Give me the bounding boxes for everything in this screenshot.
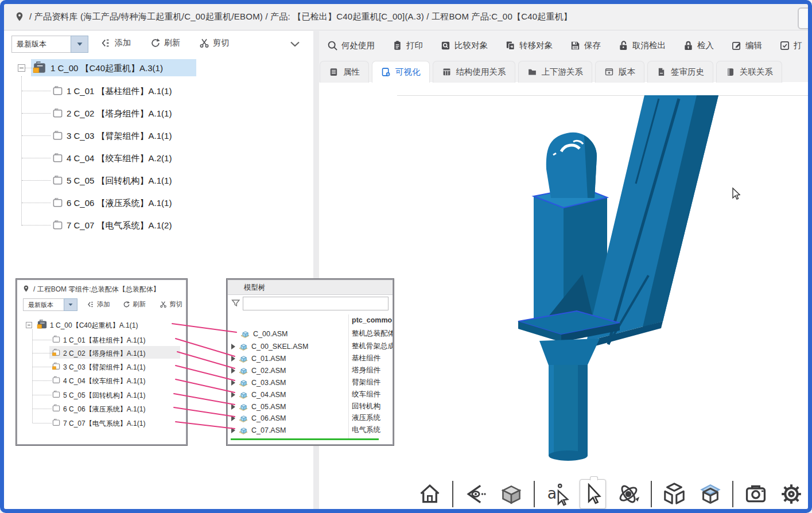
expand-triangle-icon[interactable] xyxy=(231,380,235,386)
breadcrumb: / 产品资料库 (海工产品/特种海工起重机/C_00起重机/EBOM) / 产品… xyxy=(4,4,808,30)
tree-item[interactable]: 1 C_01 【基柱组件】A.1(1) xyxy=(67,86,172,97)
model-tree-row[interactable]: C_05.ASM 回转机构 xyxy=(231,401,392,413)
tab-structure-usage[interactable]: 结构使用关系 xyxy=(433,61,515,83)
tree-item[interactable]: 7 C_07 【电气系统】A.1(2) xyxy=(67,220,172,231)
section-view-button[interactable] xyxy=(697,479,723,509)
where-used-button[interactable]: 何处使用 xyxy=(327,40,375,51)
tree-connector xyxy=(33,340,52,340)
cut-button[interactable]: 剪切 xyxy=(160,300,182,309)
tree-item[interactable]: 6 C_06 【液压系统】A.1(1) xyxy=(67,198,172,209)
expand-triangle-icon[interactable] xyxy=(231,356,235,362)
tree-item[interactable]: 6 C_06【液压系统】A.1(1) xyxy=(63,405,145,414)
model-tree-row[interactable]: C_03.ASM 臂架组件 xyxy=(231,376,392,388)
part-icon xyxy=(52,390,61,399)
tab-review-history[interactable]: 签审历史 xyxy=(647,61,713,83)
compare-objects-button[interactable]: 比较对象 xyxy=(440,40,488,51)
add-button[interactable]: 添加 xyxy=(101,38,131,48)
breadcrumb-text[interactable]: / 产品资料库 (海工产品/特种海工起重机/C_00起重机/EBOM) / 产品… xyxy=(29,11,572,22)
transfer-icon xyxy=(505,40,516,51)
tree-item[interactable]: 4 C_04 【绞车组件】A.2(1) xyxy=(67,153,172,164)
view-orientation-button[interactable] xyxy=(463,479,489,509)
model-tree-row[interactable]: C_02.ASM 塔身组件 xyxy=(231,364,392,376)
annotation-select-icon xyxy=(545,482,569,506)
model-tree-row[interactable]: C_06.ASM 液压系统 xyxy=(231,412,392,424)
tree-item[interactable]: 3 C_03【臂架组件】A.1(1) xyxy=(63,363,145,372)
edit-button[interactable]: 编辑 xyxy=(731,40,762,51)
view-eye-icon xyxy=(464,483,487,506)
tree-connector xyxy=(22,180,50,181)
home-view-button[interactable] xyxy=(417,479,443,509)
expand-triangle-icon[interactable] xyxy=(231,368,235,374)
column-header[interactable]: ptc_commo xyxy=(352,316,392,324)
search-icon xyxy=(327,40,338,51)
tree-connector xyxy=(21,76,22,226)
expand-triangle-icon[interactable] xyxy=(231,415,235,421)
tree-item[interactable]: 3 C_03 【臂架组件】A.1(1) xyxy=(67,131,172,142)
tree-item[interactable]: 7 C_07【电气系统】A.1(1) xyxy=(63,419,145,429)
version-filter-caret-button[interactable] xyxy=(71,36,88,53)
part-icon xyxy=(52,335,61,344)
save-button[interactable]: 保存 xyxy=(570,40,601,51)
tree-root-collapse-toggle[interactable] xyxy=(18,64,25,72)
tab-relationships[interactable]: 关联关系 xyxy=(716,61,782,83)
tree-root-item[interactable]: 1 C_00 【C40起重机】A.3(1) xyxy=(50,63,163,74)
scissors-icon xyxy=(160,301,167,308)
assembly-cube-icon xyxy=(239,366,248,375)
tree-item[interactable]: 1 C_01【基柱组件】A.1(1) xyxy=(63,336,145,345)
tab-upstream-downstream[interactable]: 上下游关系 xyxy=(518,61,593,83)
add-button[interactable]: 添加 xyxy=(87,300,110,309)
model-tree-row[interactable]: C_07.ASM 电气系统 xyxy=(231,424,392,436)
expand-triangle-icon[interactable] xyxy=(231,344,235,349)
refresh-button[interactable]: 刷新 xyxy=(150,38,180,48)
model-tree-filter-input[interactable] xyxy=(243,297,388,310)
tree-root-collapse-toggle[interactable] xyxy=(26,322,32,328)
product-root-icon-checked-out xyxy=(33,61,46,74)
tree-item[interactable]: 5 C_05 【回转机构】A.1(1) xyxy=(67,176,172,186)
check-in-button[interactable]: 检入 xyxy=(683,40,714,51)
version-filter-select[interactable]: 最新版本 xyxy=(23,298,64,311)
window-control-partial[interactable] xyxy=(798,7,812,29)
model-tree-title: 模型树 xyxy=(244,283,266,293)
tree-item[interactable]: 4 C_04【绞车组件】A.1(1) xyxy=(63,376,145,386)
overlay-breadcrumb[interactable]: / 工程BOM 零组件:总装配体【总装配体】 xyxy=(33,285,160,294)
viewer-settings-button[interactable] xyxy=(778,479,805,509)
orbit-rotate-button[interactable] xyxy=(615,479,642,509)
part-icon xyxy=(52,404,61,413)
version-filter-select[interactable]: 最新版本 xyxy=(11,36,71,53)
tab-properties[interactable]: 属性 xyxy=(320,61,369,83)
annotation-select-button[interactable] xyxy=(544,479,570,509)
transfer-objects-button[interactable]: 转移对象 xyxy=(505,40,553,51)
viewport-top-border xyxy=(397,95,808,96)
tree-item[interactable]: 5 C_05【回转机构】A.1(1) xyxy=(63,391,145,401)
tree-root-item[interactable]: 1 C_00【C40起重机】A.1(1) xyxy=(50,321,138,331)
select-tool-button-active[interactable] xyxy=(580,479,606,509)
expand-triangle-icon[interactable] xyxy=(231,404,235,410)
model-tree-row[interactable]: C_04.ASM 绞车组件 xyxy=(231,388,392,401)
filter-funnel-icon[interactable] xyxy=(231,298,241,308)
assembly-cube-icon xyxy=(239,378,248,387)
tree-item[interactable]: 2 C_02【塔身组件】A.1(1) xyxy=(63,349,145,359)
tab-versions[interactable]: 版本 xyxy=(595,61,644,83)
shaded-display-button[interactable] xyxy=(498,479,525,509)
refresh-button[interactable]: 刷新 xyxy=(123,300,146,309)
snapshot-button[interactable] xyxy=(743,479,769,509)
toolbar-expand-chevron[interactable] xyxy=(289,38,301,50)
model-tree-row[interactable]: C_00.ASM 整机总装配体 xyxy=(231,328,392,340)
undo-checkout-button[interactable]: 取消检出 xyxy=(618,40,666,51)
expand-triangle-icon[interactable] xyxy=(231,392,235,398)
model-tree-row[interactable]: C_01.ASM 基柱组件 xyxy=(231,352,392,364)
part-icon xyxy=(52,220,64,231)
print-button[interactable]: 打印 xyxy=(392,40,423,51)
tree-item[interactable]: 2 C_02 【塔身组件】A.1(1) xyxy=(67,108,172,119)
tab-visualization[interactable]: 可视化 xyxy=(372,61,430,83)
edit-pencil-icon xyxy=(731,40,742,51)
model-tree-row[interactable]: C_00_SKEL.ASM 整机骨架总成 xyxy=(231,340,392,352)
toolbar-separator xyxy=(534,481,535,507)
shaded-cube-icon xyxy=(500,483,523,506)
expand-triangle-icon[interactable] xyxy=(231,428,235,433)
cut-button[interactable]: 剪切 xyxy=(199,38,229,48)
assembly-cube-icon xyxy=(239,354,248,363)
version-filter-caret-button[interactable] xyxy=(64,298,77,311)
exploded-view-button[interactable] xyxy=(661,479,687,509)
open-button-clipped[interactable]: 打 xyxy=(779,40,802,51)
